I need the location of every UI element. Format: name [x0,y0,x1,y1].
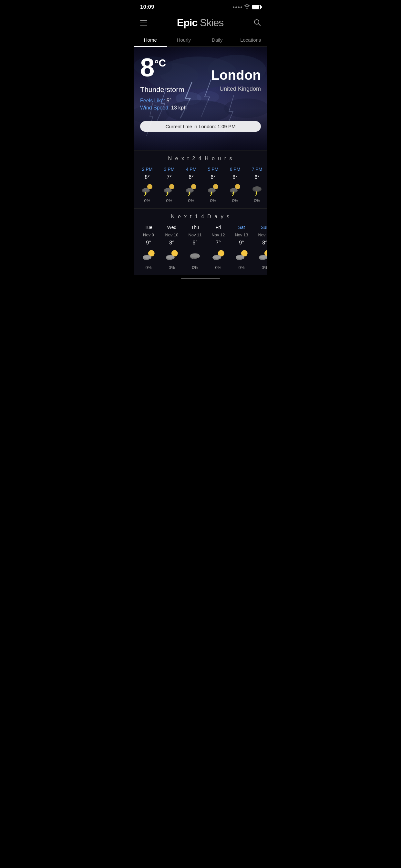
wind-speed-val: 13 kph [171,105,187,111]
degree-symbol: ° [155,58,159,69]
day-icon [188,248,202,262]
day-date: Nov 10 [165,232,178,237]
hourly-item[interactable]: 7 PM 6° 0% [249,166,266,203]
status-bar: 10:09 [134,0,267,13]
svg-line-1 [258,24,260,26]
status-time: 10:09 [140,4,154,10]
daily-item[interactable]: Sun Nov 14 8° 0% [255,225,267,270]
day-date: Nov 12 [212,232,225,237]
day-temp: 8° [169,240,174,246]
next-14-days-title: N e x t 1 4 D a y s [134,214,267,220]
hour-temp: 8° [233,175,237,180]
nav-tabs: Home Hourly Daily Locations [134,34,267,47]
hour-temp: 6° [254,175,259,180]
day-precip: 0% [192,265,198,270]
feels-like-label: Feels Like: [140,98,165,103]
city-row: London [140,67,261,83]
svg-point-16 [143,188,149,192]
svg-point-53 [143,255,151,259]
hourly-item[interactable]: 2 PM 8° 0% [139,166,156,203]
weather-condition: Thunderstorm [140,86,184,94]
status-icons [233,4,261,10]
current-time-badge: Current time in London: 1:09 PM [140,121,261,132]
day-name: Wed [167,225,177,230]
day-date: Nov 13 [235,232,248,237]
daily-scroll[interactable]: Tue Nov 9 9° 0% Wed Nov 10 8° 0% Thu Nov [134,225,267,270]
hero-section: 8°C London Thunderstorm United Kingdom F… [134,47,267,150]
svg-point-40 [253,186,261,191]
day-icon [142,248,156,262]
day-temp: 8° [262,240,267,246]
day-precip: 0% [239,265,245,270]
country-name: United Kingdom [220,86,261,92]
svg-point-36 [230,188,237,192]
app-title-bold: Epic [177,17,197,28]
day-name: Sat [238,225,245,230]
tab-daily[interactable]: Daily [201,34,234,46]
day-name: Thu [191,225,199,230]
hourly-scroll[interactable]: 2 PM 8° 0% 3 PM 7° 0% 4 [134,166,267,203]
signal-icon [233,6,242,8]
hour-temp: 7° [166,175,172,180]
day-precip: 0% [169,265,175,270]
search-button[interactable] [253,19,261,27]
hour-precip: 0% [166,198,173,203]
tab-hourly[interactable]: Hourly [167,34,201,46]
hourly-item[interactable]: 3 PM 7° 0% [161,166,178,203]
hour-icon [185,183,197,196]
hour-label: 5 PM [208,166,219,172]
feels-like-row: Feels Like: 5° [140,98,261,104]
hour-precip: 0% [254,198,260,203]
hour-icon [163,183,176,196]
daily-item[interactable]: Fri Nov 12 7° 0% [209,225,228,270]
day-temp: 9° [146,240,151,246]
hour-icon [141,183,154,196]
temp-unit: C [158,58,166,68]
hourly-item[interactable]: 6 PM 8° 0% [227,166,243,203]
search-icon [253,19,261,26]
wind-speed-row: Wind Speed: 13 kph [140,105,261,111]
day-precip: 0% [146,265,152,270]
tab-home[interactable]: Home [134,34,167,46]
hour-icon [251,183,264,196]
hour-precip: 0% [232,198,238,203]
day-icon [258,248,267,262]
svg-point-72 [236,255,244,259]
hour-precip: 0% [144,198,150,203]
menu-button[interactable] [140,20,147,26]
day-icon [211,248,225,262]
hour-label: 6 PM [230,166,241,172]
hour-label: 4 PM [186,166,197,172]
city-name: London [211,67,261,83]
next-24-hours-section: N e x t 2 4 H o u r s 2 PM 8° 0% 3 PM 7° [134,150,267,208]
hour-icon [228,183,242,196]
app-header: Epic Skies [134,13,267,34]
hour-label: 7 PM [252,166,263,172]
day-temp: 9° [239,240,244,246]
svg-point-67 [213,255,221,259]
tab-locations[interactable]: Locations [234,34,268,46]
day-temp: 7° [216,240,220,246]
feels-like-val: 5° [166,98,172,103]
daily-item[interactable]: Wed Nov 10 8° 0% [162,225,181,270]
day-icon [165,248,179,262]
hourly-row: 2 PM 8° 0% 3 PM 7° 0% 4 [139,166,267,203]
daily-item[interactable]: Thu Nov 11 6° 0% [185,225,205,270]
svg-point-21 [165,188,171,192]
daily-item[interactable]: Sat Nov 13 9° 0% [232,225,251,270]
next-24-hours-title: N e x t 2 4 H o u r s [134,156,267,161]
wifi-icon [244,4,250,10]
hourly-item[interactable]: 4 PM 6° 0% [183,166,199,203]
day-name: Sun [261,225,267,230]
hour-temp: 6° [211,175,215,180]
svg-point-58 [166,255,174,259]
svg-point-31 [209,188,215,192]
daily-item[interactable]: Tue Nov 9 9° 0% [139,225,158,270]
hour-temp: 6° [189,175,193,180]
day-date: Nov 9 [143,232,154,237]
hourly-item[interactable]: 5 PM 6° 0% [205,166,221,203]
day-name: Fri [216,225,221,230]
hour-precip: 0% [210,198,216,203]
temperature-value: 8 [140,55,155,81]
day-temp: 6° [192,240,197,246]
